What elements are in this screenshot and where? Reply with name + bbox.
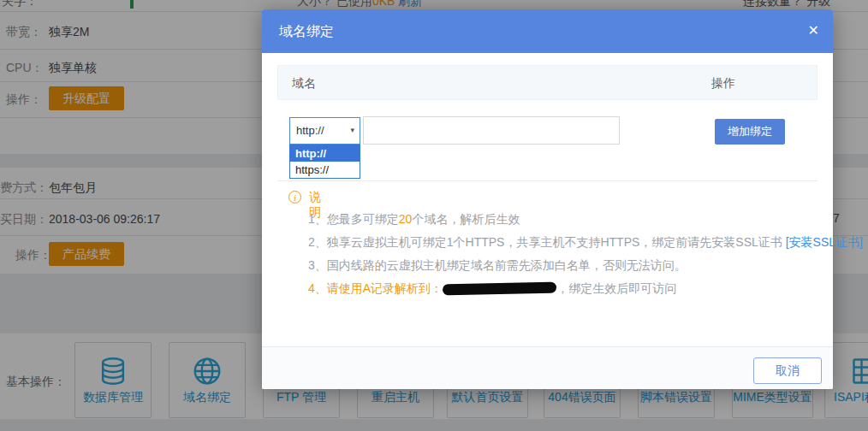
chevron-down-icon: ▾ xyxy=(350,126,354,134)
virtual-host-console-screen: 关字： 大小？ 已使用0KB 刷新 连接数量？ 升级 带宽： 独享2M CPU：… xyxy=(0,0,868,431)
notice-text: ，绑定生效后即可访问 xyxy=(556,281,676,295)
add-binding-button[interactable]: 增加绑定 xyxy=(715,119,785,145)
notice-text: 个域名，解析后生效 xyxy=(412,212,520,226)
notice-text: 1、您最多可绑定 xyxy=(308,212,399,226)
cancel-button[interactable]: 取消 xyxy=(753,357,822,384)
divider xyxy=(277,180,817,181)
dialog-header: 域名绑定 ✕ xyxy=(262,9,833,53)
dialog-title: 域名绑定 xyxy=(279,23,334,41)
notice-highlight: 20 xyxy=(399,212,413,226)
notice-item-4: 4、请使用A记录解析到：，绑定生效后即可访问 xyxy=(308,281,676,297)
protocol-selected-value: http:// xyxy=(296,124,324,137)
notice-item-1: 1、您最多可绑定20个域名，解析后生效 xyxy=(308,212,520,227)
option-https[interactable]: https:// xyxy=(290,162,360,178)
dialog-footer: 取消 xyxy=(262,346,833,389)
domain-binding-dialog: 域名绑定 ✕ 域名 操作 http:// ▾ 增加绑定 http:// http… xyxy=(262,9,833,389)
protocol-select[interactable]: http:// ▾ xyxy=(289,117,360,145)
notice-item-3: 3、国内线路的云虚拟主机绑定域名前需先添加白名单，否则无法访问。 xyxy=(308,258,687,274)
notice-text: 2、独享云虚拟主机可绑定1个HTTPS，共享主机不支持HTTPS，绑定前请先安装… xyxy=(308,235,786,249)
info-icon: i xyxy=(288,191,301,204)
column-domain: 域名 xyxy=(292,76,316,92)
domain-input[interactable] xyxy=(363,116,620,145)
notice-item-2: 2、独享云虚拟主机可绑定1个HTTPS，共享主机不支持HTTPS，绑定前请先安装… xyxy=(308,235,863,251)
redacted-ip-blob xyxy=(443,282,556,296)
close-icon[interactable]: ✕ xyxy=(808,22,819,39)
option-http[interactable]: http:// xyxy=(290,145,360,162)
domain-table-header: 域名 操作 xyxy=(277,65,817,100)
notice-orange-text: 4、请使用A记录解析到： xyxy=(308,281,443,295)
install-ssl-cert-link[interactable]: [安装SSL证书] xyxy=(786,235,863,249)
protocol-dropdown-list: http:// https:// xyxy=(289,145,360,179)
notice-text: 3、国内线路的云虚拟主机绑定域名前需先添加白名单，否则无法访问。 xyxy=(308,258,687,272)
column-action: 操作 xyxy=(711,76,735,92)
